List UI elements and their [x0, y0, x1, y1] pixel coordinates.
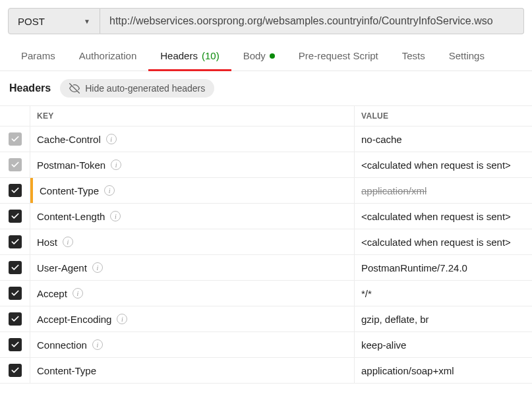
row-value-cell[interactable]: <calculated when request is sent>	[355, 152, 532, 178]
row-key-text: Postman-Token	[37, 159, 105, 171]
row-value-cell[interactable]: gzip, deflate, br	[355, 306, 532, 332]
tab-authorization[interactable]: Authorization	[67, 42, 149, 71]
row-key-text: Accept	[37, 288, 67, 299]
info-icon[interactable]: i	[106, 134, 117, 144]
row-value-cell[interactable]: no-cache	[355, 127, 532, 152]
row-check-cell	[0, 358, 30, 384]
headers-title: Headers	[9, 82, 51, 94]
table-row: Content-Typeapplication/soap+xml	[0, 358, 532, 384]
row-value-text: no-cache	[361, 134, 402, 145]
row-check-cell	[0, 306, 30, 332]
body-dot-icon	[270, 53, 275, 59]
row-check-cell	[0, 332, 30, 358]
tab-headers[interactable]: Headers(10)	[148, 42, 231, 71]
table-body: Cache-Controlino-cachePostman-Tokeni<cal…	[0, 127, 532, 384]
info-icon[interactable]: i	[110, 211, 121, 221]
row-key-cell[interactable]: Accepti	[30, 281, 355, 306]
row-checkbox[interactable]	[9, 210, 22, 223]
row-key-cell[interactable]: Postman-Tokeni	[30, 152, 355, 178]
row-key-cell[interactable]: Accept-Encodingi	[30, 306, 355, 332]
info-icon[interactable]: i	[92, 262, 103, 273]
table-head: KEY VALUE	[0, 106, 532, 127]
row-check-cell	[0, 229, 30, 255]
info-icon[interactable]: i	[73, 288, 83, 299]
tab-label: Params	[21, 50, 55, 61]
method-label: POST	[18, 16, 45, 27]
row-value-text: */*	[361, 288, 372, 299]
row-value-cell[interactable]: application/xml	[355, 178, 532, 204]
row-value-cell[interactable]: keep-alive	[355, 332, 532, 358]
row-key-cell[interactable]: Content-Type	[30, 358, 355, 384]
info-icon[interactable]: i	[63, 237, 73, 247]
info-icon[interactable]: i	[117, 314, 127, 324]
row-checkbox[interactable]	[9, 184, 22, 197]
row-value-cell[interactable]: <calculated when request is sent>	[355, 229, 532, 255]
info-icon[interactable]: i	[111, 159, 121, 170]
row-key-text: Host	[37, 237, 57, 248]
tab-label: Body	[243, 50, 266, 61]
row-value-cell[interactable]: */*	[355, 281, 532, 306]
row-value-text: keep-alive	[361, 339, 406, 351]
row-checkbox[interactable]	[9, 338, 22, 351]
row-checkbox[interactable]	[9, 132, 22, 146]
col-check-header	[0, 106, 30, 127]
headers-subheader: Headers Hide auto-generated headers	[0, 71, 532, 105]
tab-label: Headers	[160, 50, 198, 61]
info-icon[interactable]: i	[104, 185, 115, 196]
tab-count: (10)	[202, 50, 220, 61]
row-checkbox[interactable]	[9, 287, 22, 300]
override-indicator	[30, 178, 33, 204]
row-value-cell[interactable]: PostmanRuntime/7.24.0	[355, 255, 532, 281]
row-key-text: Connection	[37, 339, 87, 351]
row-key-text: User-Agent	[37, 262, 87, 273]
row-key-text: Content-Type	[40, 185, 99, 196]
row-key-cell[interactable]: Content-Typei	[30, 178, 355, 204]
row-value-text: application/xml	[361, 185, 427, 196]
row-key-cell[interactable]: Cache-Controli	[30, 127, 355, 152]
row-key-text: Cache-Control	[37, 134, 101, 145]
row-value-text: application/soap+xml	[361, 365, 454, 376]
row-value-text: PostmanRuntime/7.24.0	[361, 262, 467, 273]
method-select[interactable]: POST ▼	[8, 8, 100, 34]
row-check-cell	[0, 127, 30, 152]
row-checkbox[interactable]	[9, 261, 22, 274]
row-value-cell[interactable]: application/soap+xml	[355, 358, 532, 384]
tab-label: Settings	[449, 50, 485, 61]
row-check-cell	[0, 204, 30, 229]
tab-tests[interactable]: Tests	[390, 42, 437, 71]
hide-autogenerated-button[interactable]: Hide auto-generated headers	[60, 79, 214, 98]
row-check-cell	[0, 152, 30, 178]
tab-pre-request-script[interactable]: Pre-request Script	[287, 42, 390, 71]
row-key-cell[interactable]: User-Agenti	[30, 255, 355, 281]
tabs: ParamsAuthorizationHeaders(10)BodyPre-re…	[0, 42, 532, 71]
row-checkbox[interactable]	[9, 158, 22, 171]
row-value-text: <calculated when request is sent>	[361, 237, 511, 248]
row-key-text: Content-Type	[37, 365, 96, 376]
url-input[interactable]: http://webservices.oorsprong.org/websamp…	[100, 8, 524, 34]
row-checkbox[interactable]	[9, 312, 22, 326]
row-key-cell[interactable]: Content-Lengthi	[30, 204, 355, 229]
url-text: http://webservices.oorsprong.org/websamp…	[109, 15, 493, 26]
col-value-header: VALUE	[355, 106, 532, 127]
table-row: Content-Typeiapplication/xml	[0, 178, 532, 204]
row-checkbox[interactable]	[9, 235, 22, 248]
table-row: Hosti<calculated when request is sent>	[0, 229, 532, 255]
eye-off-icon	[69, 83, 80, 94]
tab-label: Authorization	[79, 50, 137, 61]
row-checkbox[interactable]	[9, 364, 22, 377]
row-key-cell[interactable]: Connectioni	[30, 332, 355, 358]
row-key-cell[interactable]: Hosti	[30, 229, 355, 255]
table-row: Content-Lengthi<calculated when request …	[0, 204, 532, 229]
tab-body[interactable]: Body	[231, 42, 287, 71]
row-key-text: Accept-Encoding	[37, 314, 111, 325]
row-check-cell	[0, 281, 30, 306]
row-check-cell	[0, 178, 30, 204]
info-icon[interactable]: i	[92, 339, 103, 350]
row-value-cell[interactable]: <calculated when request is sent>	[355, 204, 532, 229]
tab-settings[interactable]: Settings	[437, 42, 496, 71]
tab-params[interactable]: Params	[9, 42, 67, 71]
tab-label: Tests	[402, 50, 425, 61]
table-row: Cache-Controlino-cache	[0, 127, 532, 152]
request-bar: POST ▼ http://webservices.oorsprong.org/…	[0, 0, 532, 42]
table-row: Connectionikeep-alive	[0, 332, 532, 358]
